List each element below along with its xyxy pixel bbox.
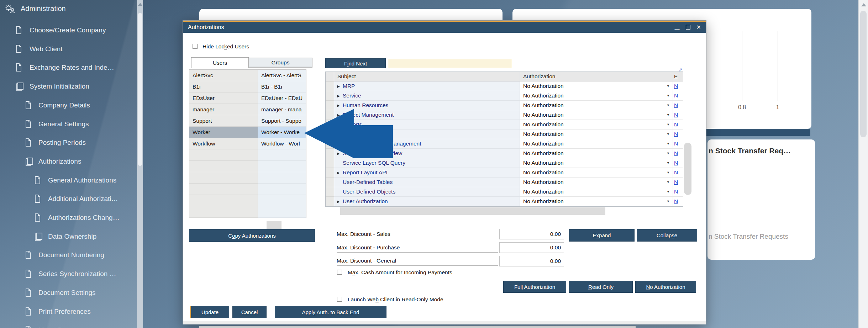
sidebar-item-menu-structure[interactable]: Menu Structure [0,324,137,328]
user-code-cell[interactable]: B1i [189,81,258,92]
sidebar-scroll-up-icon[interactable] [138,3,142,6]
subject-cell[interactable]: ▶Report Layout API [334,168,520,178]
tree-expand-icon[interactable]: ▶ [337,123,343,127]
row-selector-cell[interactable] [326,139,334,149]
authorization-link[interactable]: N [674,150,678,157]
sidebar-item-company-details[interactable]: Company Details [0,99,137,111]
minimize-icon[interactable]: — [675,26,680,31]
user-display-cell[interactable]: Workflow - Worl [258,138,306,149]
row-selector-cell[interactable] [326,149,334,158]
row-selector-cell[interactable] [326,197,334,206]
sidebar-item-data-ownership[interactable]: Data Ownership [0,231,137,243]
read-only-button[interactable]: Read Only [569,281,633,293]
user-row-workflow[interactable]: WorkflowWorkflow - Worl [189,138,306,149]
sidebar-item-posting-periods[interactable]: Posting Periods [0,137,137,149]
user-display-cell[interactable]: AlertSvc - AlertS [258,70,306,81]
authorization-dropdown-cell[interactable]: No Authorization▼ [520,187,673,197]
hide-locked-users-checkbox[interactable] [193,44,198,49]
row-selector-cell[interactable] [326,178,334,187]
user-display-cell[interactable] [258,206,306,218]
user-row-support[interactable]: SupportSupport - Suppo [189,115,306,127]
grid-header-expanded[interactable]: E [673,72,683,81]
row-selector-cell[interactable] [326,81,334,91]
user-display-cell[interactable]: EDsUser - EDsU [258,92,306,104]
authorization-link[interactable]: N [674,131,678,137]
row-selector-cell[interactable] [326,158,334,168]
subject-cell[interactable]: ▶Service [334,91,520,101]
user-row-manager[interactable]: managermanager - mana [189,104,306,115]
expand-button[interactable]: Expand [569,229,635,242]
tab-groups[interactable]: Groups [248,58,312,68]
authorization-dropdown-cell[interactable]: No Authorization▼ [520,149,673,158]
apply-auth-back-end-button[interactable]: Apply Auth. to Back End [275,306,386,318]
find-next-button[interactable]: Find Next [325,58,386,68]
grid-vscrollbar-thumb[interactable] [684,143,691,195]
user-code-cell[interactable]: EDsUser [189,92,258,104]
user-code-cell[interactable]: Worker [189,127,258,138]
user-row-empty[interactable] [189,206,306,218]
update-button[interactable]: Update [190,306,229,318]
user-row-edsuser[interactable]: EDsUserEDsUser - EDsU [189,92,306,104]
desktop-scrollbar[interactable] [858,0,868,328]
user-code-cell[interactable] [189,195,258,206]
user-row-empty[interactable] [189,149,306,161]
find-search-input[interactable] [388,59,512,68]
subject-cell[interactable]: ▶MRP [334,81,520,91]
authorization-link[interactable]: N [674,83,678,89]
sidebar-item-document-settings[interactable]: Document Settings [0,287,137,299]
sidebar-item-document-numbering[interactable]: Document Numbering [0,249,137,261]
chevron-down-icon[interactable]: ▼ [667,171,670,174]
sidebar-item-choose-create-company[interactable]: Choose/Create Company [0,24,137,36]
full-authorization-button[interactable]: Full Authorization [503,281,566,293]
user-code-cell[interactable] [189,172,258,184]
tree-expand-icon[interactable]: ▶ [337,171,343,175]
row-selector-cell[interactable] [326,110,334,120]
copy-authorizations-button[interactable]: Copy Authorizations [189,229,315,242]
user-row-empty[interactable] [189,172,306,184]
grid-header-subject[interactable]: Subject [334,72,520,81]
desktop-scrollbar-thumb[interactable] [860,11,867,137]
user-code-cell[interactable] [189,184,258,195]
subject-cell[interactable]: User-Defined Tables [334,178,520,187]
chevron-down-icon[interactable]: ▼ [667,142,670,146]
subject-cell[interactable]: Service Layer SQL Query [334,158,520,168]
authorization-link[interactable]: N [674,169,678,176]
user-display-cell[interactable] [258,149,306,161]
authorization-link[interactable]: N [674,141,678,147]
close-icon[interactable]: ✕ [696,25,701,30]
sidebar-item-additional-authorizati[interactable]: Additional Authorizati… [0,193,137,205]
user-display-cell[interactable]: Support - Suppo [258,115,306,127]
tree-expand-icon[interactable]: ▶ [337,200,343,203]
tree-expand-icon[interactable]: ▶ [337,113,343,117]
subject-cell[interactable]: ▶Service Layer SQL View [334,149,520,158]
user-code-cell[interactable] [189,206,258,218]
user-row-worker[interactable]: WorkerWorker - Worke [189,127,306,138]
launch-web-client-checkbox[interactable] [337,297,342,302]
subject-cell[interactable]: User-Defined Objects [334,187,520,197]
authorization-link[interactable]: N [674,112,678,118]
user-row-b1i[interactable]: B1iB1i - B1i [189,81,306,92]
sidebar-scrollbar[interactable] [137,0,143,328]
grid-header-authorization[interactable]: Authorization [520,72,673,81]
no-authorization-button[interactable]: No Authorization [635,281,696,293]
row-selector-cell[interactable] [326,120,334,129]
authorization-link[interactable]: N [674,160,678,166]
user-display-cell[interactable]: manager - mana [258,104,306,115]
authorization-dropdown-cell[interactable]: No Authorization▼ [520,91,673,101]
user-row-empty[interactable] [189,195,306,206]
chevron-down-icon[interactable]: ▼ [667,161,670,165]
sidebar-scrollbar-thumb[interactable] [138,13,142,166]
desktop-scroll-up-icon[interactable] [861,3,866,6]
authorization-link[interactable]: N [674,121,678,128]
grid-hscrollbar-thumb[interactable] [340,207,605,215]
row-selector-cell[interactable] [326,101,334,110]
sidebar-item-authorizations[interactable]: Authorizations [0,155,137,168]
sidebar-item-system-initialization[interactable]: System Initialization [0,80,137,92]
collapse-button[interactable]: Collapse [637,229,697,242]
max-discount-purchase-input[interactable]: 0.00 [499,242,564,253]
chevron-down-icon[interactable]: ▼ [667,104,670,107]
tree-expand-icon[interactable]: ▶ [337,84,343,88]
sidebar-item-general-settings[interactable]: General Settings [0,118,137,130]
authorization-dropdown-cell[interactable]: No Authorization▼ [520,81,673,91]
authorization-dropdown-cell[interactable]: No Authorization▼ [520,110,673,120]
